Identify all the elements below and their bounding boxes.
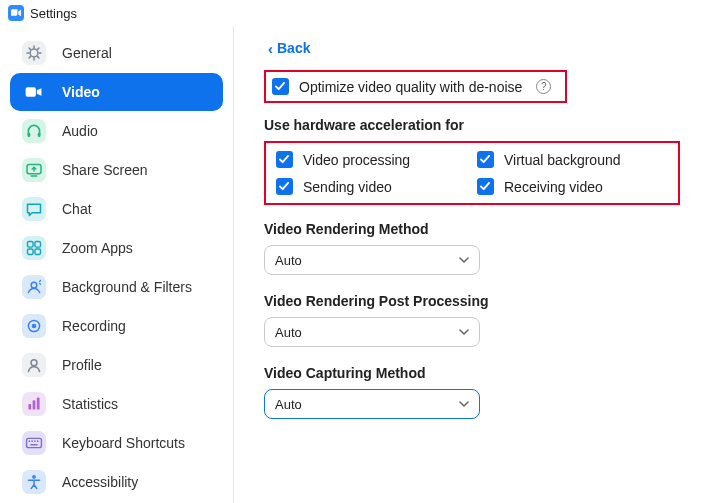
sidebar-item-chat[interactable]: Chat [10, 190, 223, 228]
receiving-video-checkbox[interactable] [477, 178, 494, 195]
sidebar-item-label: Audio [62, 123, 98, 139]
titlebar: Settings [0, 0, 709, 26]
denoise-checkbox[interactable] [272, 78, 289, 95]
chevron-down-icon [459, 327, 469, 337]
chevron-left-icon: ‹ [268, 41, 273, 56]
svg-rect-17 [22, 197, 46, 221]
capture-method-title: Video Capturing Method [264, 365, 689, 381]
sidebar-item-zoom-apps[interactable]: Zoom Apps [10, 229, 223, 267]
svg-point-38 [34, 440, 36, 442]
sidebar-item-label: Keyboard Shortcuts [62, 435, 185, 451]
capture-method-value: Auto [275, 397, 302, 412]
sidebar-item-label: Share Screen [62, 162, 148, 178]
hw-accel-highlight: Video processing Virtual background Send… [264, 141, 680, 205]
sidebar: General Video Audio Share Screen [0, 26, 234, 503]
gear-icon [20, 39, 48, 67]
chat-icon [20, 195, 48, 223]
svg-rect-40 [30, 444, 37, 446]
sidebar-item-recording[interactable]: Recording [10, 307, 223, 345]
apps-icon [20, 234, 48, 262]
sidebar-item-label: Background & Filters [62, 279, 192, 295]
window-title: Settings [30, 6, 77, 21]
chevron-down-icon [459, 255, 469, 265]
svg-rect-34 [22, 431, 46, 455]
share-screen-icon [20, 156, 48, 184]
sidebar-item-label: Statistics [62, 396, 118, 412]
virtual-background-label: Virtual background [504, 152, 620, 168]
denoise-highlight: Optimize video quality with de-noise ? [264, 70, 567, 103]
back-label: Back [277, 40, 310, 56]
sidebar-item-statistics[interactable]: Statistics [10, 385, 223, 423]
sidebar-item-label: Recording [62, 318, 126, 334]
sending-video-checkbox[interactable] [276, 178, 293, 195]
svg-point-36 [29, 440, 31, 442]
render-post-value: Auto [275, 325, 302, 340]
video-icon [20, 78, 48, 106]
svg-rect-32 [33, 400, 36, 409]
receiving-video-label: Receiving video [504, 179, 603, 195]
sidebar-item-label: Zoom Apps [62, 240, 133, 256]
headphones-icon [20, 117, 48, 145]
sidebar-item-label: Chat [62, 201, 92, 217]
video-processing-checkbox[interactable] [276, 151, 293, 168]
svg-rect-13 [38, 133, 41, 137]
svg-rect-23 [22, 275, 46, 299]
sidebar-item-label: Accessibility [62, 474, 138, 490]
svg-rect-10 [26, 87, 36, 96]
render-method-title: Video Rendering Method [264, 221, 689, 237]
svg-point-37 [31, 440, 33, 442]
render-post-title: Video Rendering Post Processing [264, 293, 689, 309]
sidebar-item-audio[interactable]: Audio [10, 112, 223, 150]
svg-rect-31 [28, 404, 31, 410]
keyboard-icon [20, 429, 48, 457]
statistics-icon [20, 390, 48, 418]
sidebar-item-label: Profile [62, 357, 102, 373]
chevron-down-icon [459, 399, 469, 409]
svg-line-7 [38, 57, 39, 58]
render-post-dropdown[interactable]: Auto [264, 317, 480, 347]
sidebar-item-label: General [62, 45, 112, 61]
svg-rect-12 [28, 133, 31, 137]
accessibility-icon [20, 468, 48, 496]
svg-rect-0 [22, 41, 46, 65]
profile-icon [20, 351, 48, 379]
svg-line-8 [38, 48, 39, 49]
virtual-background-checkbox[interactable] [477, 151, 494, 168]
render-method-dropdown[interactable]: Auto [264, 245, 480, 275]
back-link[interactable]: ‹ Back [268, 40, 310, 56]
denoise-label: Optimize video quality with de-noise [299, 79, 522, 95]
svg-line-6 [29, 48, 30, 49]
svg-point-27 [32, 324, 37, 329]
video-processing-label: Video processing [303, 152, 410, 168]
main-panel: ‹ Back Optimize video quality with de-no… [234, 26, 709, 503]
sidebar-item-share-screen[interactable]: Share Screen [10, 151, 223, 189]
sidebar-item-keyboard-shortcuts[interactable]: Keyboard Shortcuts [10, 424, 223, 462]
capture-method-dropdown[interactable]: Auto [264, 389, 480, 419]
recording-icon [20, 312, 48, 340]
svg-point-39 [37, 440, 39, 442]
sidebar-item-accessibility[interactable]: Accessibility [10, 463, 223, 501]
svg-rect-33 [37, 398, 40, 410]
hw-accel-title: Use hardware acceleration for [264, 117, 689, 133]
sidebar-item-profile[interactable]: Profile [10, 346, 223, 384]
zoom-logo-icon [8, 5, 24, 21]
sidebar-item-label: Video [62, 84, 100, 100]
svg-rect-18 [22, 236, 46, 260]
sending-video-label: Sending video [303, 179, 392, 195]
help-icon[interactable]: ? [536, 79, 551, 94]
svg-point-42 [32, 475, 36, 479]
background-filters-icon [20, 273, 48, 301]
sidebar-item-background-filters[interactable]: Background & Filters [10, 268, 223, 306]
svg-rect-11 [22, 119, 46, 143]
svg-line-9 [29, 57, 30, 58]
sidebar-item-video[interactable]: Video [10, 73, 223, 111]
render-method-value: Auto [275, 253, 302, 268]
sidebar-item-general[interactable]: General [10, 34, 223, 72]
